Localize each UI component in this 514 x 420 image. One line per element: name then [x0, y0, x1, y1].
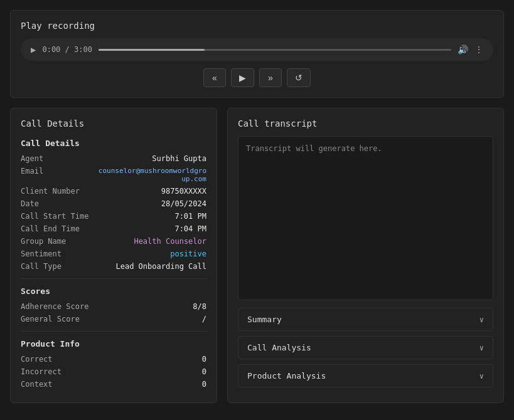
detail-value: 7:01 PM [174, 212, 206, 221]
accordions-container: Summary∨Call Analysis∨Product Analysis∨ [238, 308, 493, 392]
detail-key: Agent [21, 154, 43, 163]
detail-value: counselor@mushroomworldgroup.com [95, 167, 206, 183]
score-key: Adherence Score [21, 302, 88, 311]
accordion-header-product-analysis[interactable]: Product Analysis∨ [238, 365, 493, 387]
call-details-panel: Call Details Call Details AgentSurbhi Gu… [10, 108, 217, 403]
more-options-icon[interactable]: ⋮ [474, 45, 483, 55]
divider-scores [21, 278, 206, 279]
accordion-label-call-analysis: Call Analysis [247, 343, 311, 352]
accordion-label-product-analysis: Product Analysis [247, 371, 326, 381]
accordion-header-summary[interactable]: Summary∨ [238, 308, 493, 330]
product-info-value: 0 [202, 355, 206, 364]
progress-bar[interactable] [99, 49, 451, 51]
detail-value: 7:04 PM [174, 224, 206, 233]
chevron-down-icon: ∨ [479, 372, 484, 381]
detail-value: positive [170, 249, 206, 258]
volume-icon[interactable]: 🔊 [458, 45, 468, 55]
playback-controls: « ▶ » ↺ [21, 68, 493, 87]
detail-key: Group Name [21, 237, 66, 246]
product-info-key: Context [21, 380, 53, 389]
scores-label: Scores [21, 286, 206, 296]
detail-row: Call Start Time7:01 PM [21, 212, 206, 221]
scores-rows: Adherence Score8/8General Score/ [21, 302, 206, 323]
play-pause-button[interactable]: ▶ [231, 68, 254, 87]
detail-key: Email [21, 167, 43, 176]
transcript-placeholder: Transcript will generate here. [246, 144, 382, 153]
detail-key: Call End Time [21, 224, 80, 233]
product-info-rows: Correct0Incorrect0Context0 [21, 355, 206, 389]
detail-key: Call Start Time [21, 212, 88, 221]
detail-row: Client Number98750XXXXX [21, 187, 206, 196]
product-info-key: Correct [21, 355, 53, 364]
divider-product [21, 331, 206, 332]
detail-row: Date28/05/2024 [21, 199, 206, 208]
time-display: 0:00 / 3:00 [42, 45, 92, 54]
detail-value: Health Counselor [134, 237, 206, 246]
accordion-item-summary: Summary∨ [238, 308, 493, 331]
product-info-value: 0 [202, 380, 206, 389]
detail-key: Client Number [21, 187, 80, 196]
transcript-title: Call transcript [238, 118, 493, 129]
accordion-item-call-analysis: Call Analysis∨ [238, 336, 493, 359]
product-info-label: Product Info [21, 339, 206, 349]
chevron-down-icon: ∨ [479, 344, 484, 352]
score-key: General Score [21, 315, 80, 323]
call-details-rows: AgentSurbhi GuptaEmailcounselor@mushroom… [21, 154, 206, 271]
score-value: 8/8 [193, 302, 206, 311]
accordion-label-summary: Summary [247, 315, 282, 324]
detail-value: Surbhi Gupta [152, 154, 206, 163]
product-info-row: Correct0 [21, 355, 206, 364]
transcript-panel: Call transcript Transcript will generate… [227, 108, 504, 403]
product-info-row: Incorrect0 [21, 367, 206, 376]
call-details-section-label: Call Details [21, 139, 206, 148]
detail-row: Group NameHealth Counselor [21, 237, 206, 246]
detail-key: Sentiment [21, 249, 62, 258]
product-info-value: 0 [202, 367, 206, 376]
detail-row: Call End Time7:04 PM [21, 224, 206, 233]
detail-key: Call Type [21, 262, 62, 271]
detail-value: Lead Onboarding Call [116, 262, 207, 271]
audio-player: ▶ 0:00 / 3:00 🔊 ⋮ [21, 38, 493, 61]
score-row: General Score/ [21, 315, 206, 323]
score-value: / [202, 315, 206, 323]
detail-row: Call TypeLead Onboarding Call [21, 262, 206, 271]
play-recording-section: Play recording ▶ 0:00 / 3:00 🔊 ⋮ « ▶ » ↺ [10, 10, 504, 98]
progress-bar-fill [99, 49, 205, 51]
detail-key: Date [21, 199, 39, 208]
transcript-box: Transcript will generate here. [238, 136, 493, 300]
panel-title: Call Details [21, 118, 206, 129]
score-row: Adherence Score8/8 [21, 302, 206, 311]
detail-value: 28/05/2024 [161, 199, 206, 208]
rewind-button[interactable]: « [203, 68, 226, 87]
chevron-down-icon: ∨ [479, 315, 484, 324]
product-info-row: Context0 [21, 380, 206, 389]
main-grid: Call Details Call Details AgentSurbhi Gu… [10, 108, 504, 403]
replay-button[interactable]: ↺ [287, 68, 311, 87]
detail-value: 98750XXXXX [161, 187, 206, 196]
detail-row: AgentSurbhi Gupta [21, 154, 206, 163]
accordion-item-product-analysis: Product Analysis∨ [238, 364, 493, 387]
play-recording-title: Play recording [21, 21, 493, 31]
fast-forward-button[interactable]: » [259, 68, 282, 87]
audio-play-button[interactable]: ▶ [31, 45, 36, 55]
accordion-header-call-analysis[interactable]: Call Analysis∨ [238, 337, 493, 359]
detail-row: Sentimentpositive [21, 249, 206, 258]
product-info-key: Incorrect [21, 367, 62, 376]
detail-row: Emailcounselor@mushroomworldgroup.com [21, 167, 206, 183]
